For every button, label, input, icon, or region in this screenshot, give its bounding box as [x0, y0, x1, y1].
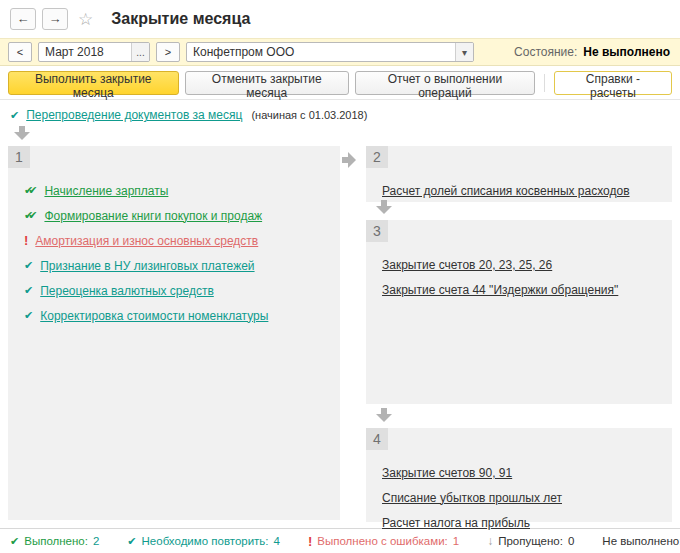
- certificates-button[interactable]: Справки - расчеты: [554, 71, 672, 95]
- page-title: Закрытие месяца: [111, 10, 250, 28]
- status-errors: ! Выполнено с ошибками: 1: [308, 535, 459, 548]
- stage-2-panel: 2 Расчет долей списания косвенных расход…: [366, 146, 672, 202]
- check-icon: ✔: [10, 536, 19, 547]
- closing-scheme: ✔ Перепроведение документов за месяц (на…: [0, 100, 680, 528]
- operation-row: ! Амортизация и износ основных средств: [24, 228, 326, 253]
- stage-4-panel: 4 Закрытие счетов 90, 91 Списание убытко…: [366, 428, 672, 522]
- company-select[interactable]: Конфетпром ООО ▾: [186, 42, 474, 62]
- status-done: ✔ Выполнено: 2: [10, 535, 99, 547]
- state-label: Состояние:: [514, 45, 577, 59]
- status-done-label: Выполнено:: [24, 535, 88, 547]
- reposting-row: ✔ Перепроведение документов за месяц (на…: [10, 108, 367, 122]
- chevron-down-icon: ▾: [462, 47, 467, 58]
- status-not-done: Не выполнено: 6: [602, 535, 680, 547]
- cancel-closing-button[interactable]: Отменить закрытие месяца: [185, 71, 349, 95]
- error-exclamation-icon: !: [308, 535, 312, 548]
- stage-3-number: 3: [366, 220, 388, 242]
- toolbar-divider: [544, 74, 545, 92]
- back-arrow-icon: ←: [17, 11, 30, 26]
- operation-row: ✔✔ Формирование книги покупок и продаж: [24, 203, 326, 228]
- flow-arrow-down-icon: [376, 408, 392, 422]
- run-closing-button[interactable]: Выполнить закрытие месяца: [8, 71, 179, 95]
- status-skipped-value: 0: [568, 535, 574, 547]
- stage-1-number: 1: [8, 146, 30, 168]
- forward-arrow-icon: →: [49, 11, 62, 26]
- status-repeat-value: 4: [274, 535, 280, 547]
- status-skipped: ↓ Пропущено: 0: [487, 535, 574, 547]
- status-not-done-label: Не выполнено:: [602, 535, 680, 547]
- down-arrow-icon: ↓: [487, 535, 493, 547]
- stage-4-number: 4: [366, 428, 388, 450]
- status-repeat: ✔ Необходимо повторить: 4: [127, 535, 280, 547]
- status-skipped-label: Пропущено:: [498, 535, 563, 547]
- operation-row: Расчет долей списания косвенных расходов: [382, 178, 658, 203]
- operation-link[interactable]: Признание в НУ лизинговых платежей: [40, 259, 254, 273]
- operation-link[interactable]: Закрытие счета 44 "Издержки обращения": [382, 283, 618, 297]
- reposting-note: (начиная с 01.03.2018): [251, 109, 367, 121]
- period-field[interactable]: Март 2018 ...: [38, 42, 150, 62]
- stage-2-number: 2: [366, 146, 388, 168]
- operation-row: ✔✔ Начисление зарплаты: [24, 178, 326, 203]
- check-icon: ✔: [127, 536, 136, 547]
- operation-link[interactable]: Закрытие счетов 20, 23, 25, 26: [382, 258, 552, 272]
- double-check-icon: ✔✔: [24, 210, 37, 221]
- operation-link[interactable]: Расчет налога на прибыль: [382, 516, 530, 530]
- status-errors-label: Выполнено с ошибками:: [317, 535, 448, 547]
- back-button[interactable]: ←: [10, 8, 36, 30]
- flow-arrow-down-icon: [376, 200, 392, 214]
- operation-link[interactable]: Начисление зарплаты: [44, 184, 168, 198]
- forward-button[interactable]: →: [42, 8, 68, 30]
- period-value: Март 2018: [39, 45, 131, 59]
- next-period-button[interactable]: >: [156, 42, 180, 62]
- operation-link[interactable]: Переоценка валютных средств: [40, 284, 214, 298]
- operation-link[interactable]: Формирование книги покупок и продаж: [44, 209, 262, 223]
- favorite-star-icon[interactable]: ☆: [78, 9, 93, 30]
- error-exclamation-icon: !: [24, 234, 28, 247]
- operation-link[interactable]: Корректировка стоимости номенклатуры: [40, 309, 268, 323]
- operation-link[interactable]: Расчет долей списания косвенных расходов: [382, 184, 630, 198]
- operation-link[interactable]: Закрытие счетов 90, 91: [382, 466, 512, 480]
- stage-1-panel: 1 ✔✔ Начисление зарплаты ✔✔ Формирование…: [8, 146, 340, 520]
- operation-link[interactable]: Списание убытков прошлых лет: [382, 491, 562, 505]
- prev-period-button[interactable]: <: [8, 42, 32, 62]
- period-choose-button[interactable]: ...: [131, 43, 149, 61]
- operation-row: Расчет налога на прибыль: [382, 510, 658, 535]
- period-bar: < Март 2018 ... > Конфетпром ООО ▾ Состо…: [0, 38, 680, 66]
- operation-row: Списание убытков прошлых лет: [382, 485, 658, 510]
- company-dropdown-button[interactable]: ▾: [455, 43, 473, 61]
- titlebar: ← → ☆ Закрытие месяца: [0, 0, 680, 38]
- operation-row: ✔ Переоценка валютных средств: [24, 278, 326, 303]
- reposting-link[interactable]: Перепроведение документов за месяц: [26, 108, 242, 122]
- state-area: Состояние: Не выполнено: [514, 45, 672, 59]
- operation-row: Закрытие счетов 90, 91: [382, 460, 658, 485]
- operations-report-button[interactable]: Отчет о выполнении операций: [355, 71, 535, 95]
- operation-row: Закрытие счета 44 "Издержки обращения": [382, 277, 658, 302]
- toolbar: Выполнить закрытие месяца Отменить закры…: [0, 66, 680, 100]
- check-icon: ✔: [24, 285, 33, 296]
- check-icon: ✔: [24, 310, 33, 321]
- company-value: Конфетпром ООО: [187, 45, 455, 59]
- stage-3-panel: 3 Закрытие счетов 20, 23, 25, 26 Закрыти…: [366, 220, 672, 404]
- check-icon: ✔: [10, 110, 19, 121]
- status-errors-value: 1: [453, 535, 459, 547]
- double-check-icon: ✔✔: [24, 185, 37, 196]
- flow-arrow-down-icon: [14, 126, 30, 140]
- month-closing-window: ← → ☆ Закрытие месяца < Март 2018 ... > …: [0, 0, 680, 553]
- operation-row: Закрытие счетов 20, 23, 25, 26: [382, 252, 658, 277]
- status-done-value: 2: [93, 535, 99, 547]
- check-icon: ✔: [24, 260, 33, 271]
- operation-row: ✔ Корректировка стоимости номенклатуры: [24, 303, 326, 328]
- flow-arrow-right-icon: [342, 152, 356, 168]
- status-repeat-label: Необходимо повторить:: [142, 535, 269, 547]
- operation-row: ✔ Признание в НУ лизинговых платежей: [24, 253, 326, 278]
- state-value: Не выполнено: [583, 45, 670, 59]
- operation-link[interactable]: Амортизация и износ основных средств: [35, 234, 258, 248]
